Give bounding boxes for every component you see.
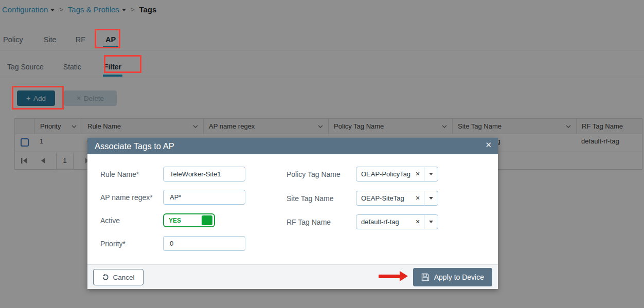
policy-tag-select[interactable]: OEAP-PolicyTag ✕ [356,167,438,182]
policy-tag-name-label: Policy Tag Name [287,170,341,178]
priority-input[interactable] [163,236,245,251]
undo-icon [102,274,109,281]
modal-header: Associate Tags to AP ✕ [87,138,498,154]
site-tag-value: OEAP-SiteTag [356,194,412,202]
rf-tag-name-label: RF Tag Name [287,218,331,226]
cancel-button-label: Cancel [113,274,134,281]
clear-selection-icon[interactable]: ✕ [412,195,424,202]
clear-selection-icon[interactable]: ✕ [412,219,424,225]
priority-label: Priority* [100,240,126,248]
policy-tag-value: OEAP-PolicyTag [356,170,412,178]
site-tag-name-label: Site Tag Name [287,194,334,203]
clear-selection-icon[interactable]: ✕ [412,171,424,177]
apply-button-label: Apply to Device [434,273,484,281]
dropdown-caret-icon[interactable] [424,197,438,200]
cancel-button[interactable]: Cancel [93,269,144,285]
site-tag-select[interactable]: OEAP-SiteTag ✕ [356,191,438,206]
modal-title: Associate Tags to AP [95,141,174,151]
close-icon[interactable]: ✕ [485,140,492,150]
rf-tag-value: default-rf-tag [356,218,412,226]
rf-tag-select[interactable]: default-rf-tag ✕ [356,214,438,229]
save-icon [421,273,430,281]
modal-footer: Cancel Apply to Device [87,264,498,289]
associate-tags-modal: Associate Tags to AP ✕ Rule Name* AP nam… [87,138,498,289]
dropdown-caret-icon[interactable] [424,173,438,175]
apply-to-device-button[interactable]: Apply to Device [413,268,492,286]
dropdown-caret-icon[interactable] [424,221,438,223]
wlc-configuration-page: Configuration > Tags & Profiles > Tags P… [0,0,644,308]
